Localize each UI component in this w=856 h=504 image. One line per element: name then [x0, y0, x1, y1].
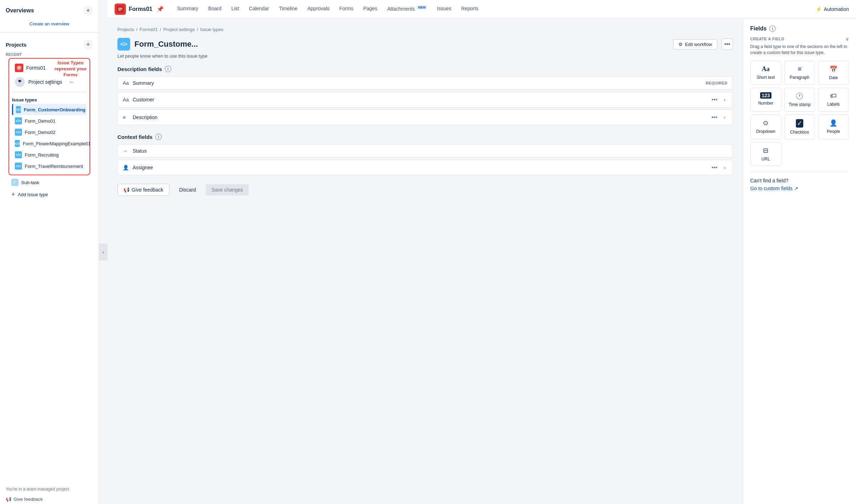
edit-workflow-button[interactable]: ⚙ Edit workflow	[673, 39, 717, 49]
issue-type-item-3[interactable]: </> Form_FlowerMappingExample01	[12, 138, 87, 149]
tab-reports[interactable]: Reports	[456, 0, 484, 18]
breadcrumb-project-settings[interactable]: Project settings	[163, 27, 195, 32]
add-issue-type-label: Add issue type	[18, 192, 48, 197]
tab-board[interactable]: Board	[203, 0, 226, 18]
create-field-label: CREATE A FIELD	[750, 37, 784, 41]
tab-issues[interactable]: Issues	[432, 0, 456, 18]
project-settings-label: Project settings	[28, 79, 62, 85]
right-panel: Fields i CREATE A FIELD ∨ Drag a field t…	[743, 18, 856, 504]
issue-type-header-icon: </>	[117, 38, 130, 51]
recent-label: RECENT	[6, 52, 93, 57]
sidebar: Overviews + Create an overview Projects …	[0, 0, 99, 504]
pin-icon[interactable]: 📌	[157, 6, 164, 12]
tab-attachments[interactable]: Attachments NEW	[382, 0, 432, 18]
create-field-desc: Drag a field type to one of the sections…	[750, 44, 849, 56]
status-field-icon: →	[123, 148, 129, 154]
automation-label: Automation	[824, 6, 849, 12]
number-label: Number	[758, 101, 773, 106]
issue-type-item-5[interactable]: </> Form_TravelReimbursement	[12, 160, 87, 172]
field-type-timestamp[interactable]: 🕐 Time stamp	[784, 88, 815, 112]
summary-required-badge: REQUIRED	[706, 81, 728, 85]
sidebar-give-feedback-button[interactable]: 📢 Give feedback	[0, 494, 99, 504]
issue-type-item-1[interactable]: </> Form_Demo01	[12, 115, 87, 127]
add-overview-button[interactable]: +	[83, 6, 93, 16]
subtask-icon	[11, 179, 18, 186]
tab-pages[interactable]: Pages	[358, 0, 382, 18]
breadcrumb-forms01[interactable]: Forms01	[140, 27, 158, 32]
paragraph-label: Paragraph	[790, 75, 809, 80]
tab-list[interactable]: List	[226, 0, 244, 18]
description-more-button[interactable]: •••	[710, 113, 720, 121]
subtask-item[interactable]: Sub-task	[6, 177, 93, 188]
checkbox-icon: ✓	[796, 119, 803, 128]
customer-field-actions: ••• ›	[710, 96, 728, 104]
edit-workflow-label: Edit workflow	[685, 42, 712, 47]
field-type-checkbox[interactable]: ✓ Checkbox	[784, 115, 815, 139]
add-project-button[interactable]: +	[83, 40, 93, 49]
issue-types-header: Issue types	[12, 94, 87, 104]
description-fields-info-icon[interactable]: i	[165, 66, 171, 72]
project-settings-icon	[15, 77, 25, 87]
field-row-description[interactable]: ≡ Description ••• ›	[117, 110, 733, 125]
fields-info-icon[interactable]: i	[769, 25, 776, 32]
create-overview-link[interactable]: Create an overview	[0, 18, 99, 29]
description-chevron-button[interactable]: ›	[722, 114, 728, 121]
add-issue-type-button[interactable]: + Add issue type	[6, 188, 93, 201]
issue-type-item-4[interactable]: </> Form_Recruiting	[12, 149, 87, 160]
labels-icon: 🏷	[830, 92, 837, 100]
tab-forms[interactable]: Forms	[334, 0, 358, 18]
checkbox-label: Checkbox	[790, 130, 809, 135]
projects-label: Projects	[6, 42, 27, 48]
short-text-icon: Aa	[762, 65, 770, 73]
sidebar-give-feedback-label: Give feedback	[13, 497, 43, 502]
customer-more-button[interactable]: •••	[710, 96, 720, 104]
field-type-short-text[interactable]: Aa Short text	[750, 61, 781, 85]
tab-timeline[interactable]: Timeline	[274, 0, 302, 18]
field-type-labels[interactable]: 🏷 Labels	[818, 88, 849, 112]
context-fields-info-icon[interactable]: i	[155, 134, 162, 140]
content-area: Projects / Forms01 / Project settings / …	[108, 18, 856, 504]
field-type-people[interactable]: 👤 People	[818, 115, 849, 139]
labels-label: Labels	[827, 102, 839, 107]
field-type-number[interactable]: 123 Number	[750, 88, 781, 112]
context-field-assignee[interactable]: 👤 Assignee ••• ›	[117, 160, 733, 175]
create-field-chevron[interactable]: ∨	[845, 36, 849, 42]
field-row-customer[interactable]: Aa Customer ••• ›	[117, 92, 733, 107]
main-content: Forms01 📌 Summary Board List Calendar Ti…	[108, 0, 856, 504]
issue-type-item-0[interactable]: </> Form_CustomerOnboarding	[12, 104, 87, 115]
breadcrumb-projects[interactable]: Projects	[117, 27, 134, 32]
summary-field-icon: Aa	[123, 80, 129, 86]
field-type-dropdown[interactable]: ⊙ Dropdown	[750, 115, 781, 139]
go-to-custom-fields-link[interactable]: Go to custom fields ↗	[750, 186, 849, 191]
field-type-url[interactable]: ⊟ URL	[750, 142, 781, 166]
date-label: Date	[829, 75, 838, 80]
dropdown-label: Dropdown	[756, 129, 775, 134]
paragraph-icon: ≡	[798, 65, 802, 73]
automation-button[interactable]: ⚡ Automation	[816, 6, 849, 12]
breadcrumb-sep-2: /	[160, 27, 161, 32]
tab-summary[interactable]: Summary	[172, 0, 203, 18]
annotation-box: Forms01 Issue Typesrepresent yourForms ↓…	[8, 58, 90, 175]
more-options-button[interactable]: •••	[722, 39, 733, 50]
external-link-icon: ↗	[794, 186, 798, 191]
issue-type-item-2[interactable]: </> Form_Demo02	[12, 127, 87, 138]
customer-chevron-button[interactable]: ›	[722, 96, 728, 103]
discard-button[interactable]: Discard	[174, 184, 202, 195]
field-type-paragraph[interactable]: ≡ Paragraph	[784, 61, 815, 85]
timestamp-label: Time stamp	[788, 102, 810, 107]
collapse-sidebar-button[interactable]: ‹	[99, 244, 108, 260]
nav-tabs: Summary Board List Calendar Timeline App…	[172, 0, 484, 18]
save-changes-button[interactable]: Save changes	[206, 184, 249, 195]
context-field-status[interactable]: → Status	[117, 144, 733, 158]
give-feedback-button[interactable]: 📢 Give feedback	[117, 184, 169, 196]
assignee-more-button[interactable]: •••	[710, 164, 720, 171]
projects-section: Projects + RECENT Forms01 Issue Typesrep…	[0, 35, 99, 203]
give-feedback-icon: 📢	[123, 187, 129, 193]
tab-approvals[interactable]: Approvals	[302, 0, 334, 18]
customer-field-name: Customer	[133, 97, 706, 102]
field-type-date[interactable]: 📅 Date	[818, 61, 849, 85]
tab-calendar[interactable]: Calendar	[244, 0, 274, 18]
assignee-chevron-button[interactable]: ›	[722, 164, 728, 171]
context-fields-label: Context fields	[117, 134, 152, 140]
issue-type-icon-1: </>	[15, 117, 22, 124]
